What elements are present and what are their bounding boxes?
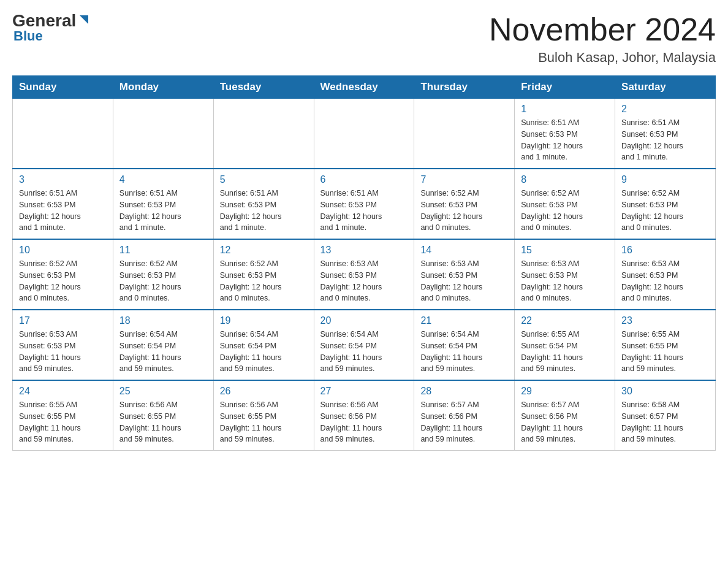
day-info: Sunrise: 6:52 AM Sunset: 6:53 PM Dayligh… [19, 258, 107, 304]
day-number: 24 [19, 386, 107, 397]
day-number: 11 [119, 245, 207, 256]
header-monday: Monday [113, 76, 213, 99]
week-row-1: 1Sunrise: 6:51 AM Sunset: 6:53 PM Daylig… [13, 99, 716, 169]
calendar-cell: 13Sunrise: 6:53 AM Sunset: 6:53 PM Dayli… [314, 239, 414, 310]
header-wednesday: Wednesday [314, 76, 414, 99]
week-row-4: 17Sunrise: 6:53 AM Sunset: 6:53 PM Dayli… [13, 310, 716, 380]
day-number: 5 [220, 174, 308, 185]
calendar-cell [113, 99, 213, 169]
calendar-cell: 16Sunrise: 6:53 AM Sunset: 6:53 PM Dayli… [615, 239, 716, 310]
day-number: 25 [119, 386, 207, 397]
day-number: 22 [521, 315, 609, 326]
day-number: 10 [19, 245, 107, 256]
calendar-cell: 27Sunrise: 6:56 AM Sunset: 6:56 PM Dayli… [314, 380, 414, 451]
day-number: 19 [220, 315, 308, 326]
calendar-cell: 5Sunrise: 6:51 AM Sunset: 6:53 PM Daylig… [213, 169, 314, 239]
header-sunday: Sunday [13, 76, 113, 99]
day-number: 2 [621, 104, 709, 115]
header-tuesday: Tuesday [213, 76, 314, 99]
calendar-cell: 10Sunrise: 6:52 AM Sunset: 6:53 PM Dayli… [13, 239, 113, 310]
day-info: Sunrise: 6:54 AM Sunset: 6:54 PM Dayligh… [220, 329, 308, 375]
week-row-5: 24Sunrise: 6:55 AM Sunset: 6:55 PM Dayli… [13, 380, 716, 451]
day-number: 4 [119, 174, 207, 185]
day-info: Sunrise: 6:51 AM Sunset: 6:53 PM Dayligh… [220, 188, 308, 234]
day-number: 1 [521, 104, 609, 115]
day-info: Sunrise: 6:52 AM Sunset: 6:53 PM Dayligh… [220, 258, 308, 304]
week-row-2: 3Sunrise: 6:51 AM Sunset: 6:53 PM Daylig… [13, 169, 716, 239]
location: Buloh Kasap, Johor, Malaysia [489, 50, 716, 66]
header-friday: Friday [515, 76, 615, 99]
calendar-cell: 15Sunrise: 6:53 AM Sunset: 6:53 PM Dayli… [515, 239, 615, 310]
day-info: Sunrise: 6:58 AM Sunset: 6:57 PM Dayligh… [621, 399, 709, 445]
day-info: Sunrise: 6:53 AM Sunset: 6:53 PM Dayligh… [621, 258, 709, 304]
day-number: 28 [420, 386, 508, 397]
day-info: Sunrise: 6:57 AM Sunset: 6:56 PM Dayligh… [420, 399, 508, 445]
day-number: 17 [19, 315, 107, 326]
day-info: Sunrise: 6:55 AM Sunset: 6:54 PM Dayligh… [521, 329, 609, 375]
calendar-cell: 7Sunrise: 6:52 AM Sunset: 6:53 PM Daylig… [414, 169, 515, 239]
day-info: Sunrise: 6:51 AM Sunset: 6:53 PM Dayligh… [521, 117, 609, 163]
calendar-cell: 6Sunrise: 6:51 AM Sunset: 6:53 PM Daylig… [314, 169, 414, 239]
day-number: 20 [320, 315, 408, 326]
day-number: 26 [220, 386, 308, 397]
calendar-cell: 24Sunrise: 6:55 AM Sunset: 6:55 PM Dayli… [13, 380, 113, 451]
calendar-cell: 20Sunrise: 6:54 AM Sunset: 6:54 PM Dayli… [314, 310, 414, 380]
calendar-cell [13, 99, 113, 169]
day-info: Sunrise: 6:55 AM Sunset: 6:55 PM Dayligh… [621, 329, 709, 375]
day-number: 14 [420, 245, 508, 256]
calendar-cell: 8Sunrise: 6:52 AM Sunset: 6:53 PM Daylig… [515, 169, 615, 239]
day-number: 9 [621, 174, 709, 185]
day-number: 3 [19, 174, 107, 185]
calendar-cell: 26Sunrise: 6:56 AM Sunset: 6:55 PM Dayli… [213, 380, 314, 451]
calendar-cell: 12Sunrise: 6:52 AM Sunset: 6:53 PM Dayli… [213, 239, 314, 310]
week-row-3: 10Sunrise: 6:52 AM Sunset: 6:53 PM Dayli… [13, 239, 716, 310]
day-info: Sunrise: 6:51 AM Sunset: 6:53 PM Dayligh… [320, 188, 408, 234]
calendar-cell: 9Sunrise: 6:52 AM Sunset: 6:53 PM Daylig… [615, 169, 716, 239]
month-title: November 2024 [489, 12, 716, 47]
day-number: 16 [621, 245, 709, 256]
calendar-cell [314, 99, 414, 169]
calendar-cell: 29Sunrise: 6:57 AM Sunset: 6:56 PM Dayli… [515, 380, 615, 451]
header-row: SundayMondayTuesdayWednesdayThursdayFrid… [13, 76, 716, 99]
day-info: Sunrise: 6:56 AM Sunset: 6:56 PM Dayligh… [320, 399, 408, 445]
calendar-cell: 25Sunrise: 6:56 AM Sunset: 6:55 PM Dayli… [113, 380, 213, 451]
svg-marker-0 [80, 15, 88, 24]
day-info: Sunrise: 6:54 AM Sunset: 6:54 PM Dayligh… [119, 329, 207, 375]
day-info: Sunrise: 6:52 AM Sunset: 6:53 PM Dayligh… [521, 188, 609, 234]
day-number: 18 [119, 315, 207, 326]
day-number: 23 [621, 315, 709, 326]
day-info: Sunrise: 6:53 AM Sunset: 6:53 PM Dayligh… [420, 258, 508, 304]
day-info: Sunrise: 6:53 AM Sunset: 6:53 PM Dayligh… [521, 258, 609, 304]
page-header: General Blue November 2024 Buloh Kasap, … [12, 12, 716, 66]
calendar-cell: 28Sunrise: 6:57 AM Sunset: 6:56 PM Dayli… [414, 380, 515, 451]
day-info: Sunrise: 6:51 AM Sunset: 6:53 PM Dayligh… [119, 188, 207, 234]
header-saturday: Saturday [615, 76, 716, 99]
calendar-cell: 2Sunrise: 6:51 AM Sunset: 6:53 PM Daylig… [615, 99, 716, 169]
day-info: Sunrise: 6:56 AM Sunset: 6:55 PM Dayligh… [119, 399, 207, 445]
day-info: Sunrise: 6:54 AM Sunset: 6:54 PM Dayligh… [420, 329, 508, 375]
calendar-cell: 11Sunrise: 6:52 AM Sunset: 6:53 PM Dayli… [113, 239, 213, 310]
logo: General Blue [12, 12, 91, 44]
day-info: Sunrise: 6:55 AM Sunset: 6:55 PM Dayligh… [19, 399, 107, 445]
day-number: 8 [521, 174, 609, 185]
day-info: Sunrise: 6:53 AM Sunset: 6:53 PM Dayligh… [320, 258, 408, 304]
calendar-cell: 3Sunrise: 6:51 AM Sunset: 6:53 PM Daylig… [13, 169, 113, 239]
calendar-cell: 21Sunrise: 6:54 AM Sunset: 6:54 PM Dayli… [414, 310, 515, 380]
day-number: 7 [420, 174, 508, 185]
calendar-cell: 19Sunrise: 6:54 AM Sunset: 6:54 PM Dayli… [213, 310, 314, 380]
day-number: 30 [621, 386, 709, 397]
calendar-cell: 4Sunrise: 6:51 AM Sunset: 6:53 PM Daylig… [113, 169, 213, 239]
logo-general: General [12, 12, 76, 29]
day-info: Sunrise: 6:52 AM Sunset: 6:53 PM Dayligh… [119, 258, 207, 304]
day-number: 13 [320, 245, 408, 256]
logo-triangle-icon [77, 13, 91, 26]
day-info: Sunrise: 6:51 AM Sunset: 6:53 PM Dayligh… [621, 117, 709, 163]
day-number: 15 [521, 245, 609, 256]
day-number: 6 [320, 174, 408, 185]
day-info: Sunrise: 6:52 AM Sunset: 6:53 PM Dayligh… [621, 188, 709, 234]
calendar-cell: 30Sunrise: 6:58 AM Sunset: 6:57 PM Dayli… [615, 380, 716, 451]
title-section: November 2024 Buloh Kasap, Johor, Malays… [489, 12, 716, 66]
day-info: Sunrise: 6:53 AM Sunset: 6:53 PM Dayligh… [19, 329, 107, 375]
day-info: Sunrise: 6:56 AM Sunset: 6:55 PM Dayligh… [220, 399, 308, 445]
day-info: Sunrise: 6:51 AM Sunset: 6:53 PM Dayligh… [19, 188, 107, 234]
